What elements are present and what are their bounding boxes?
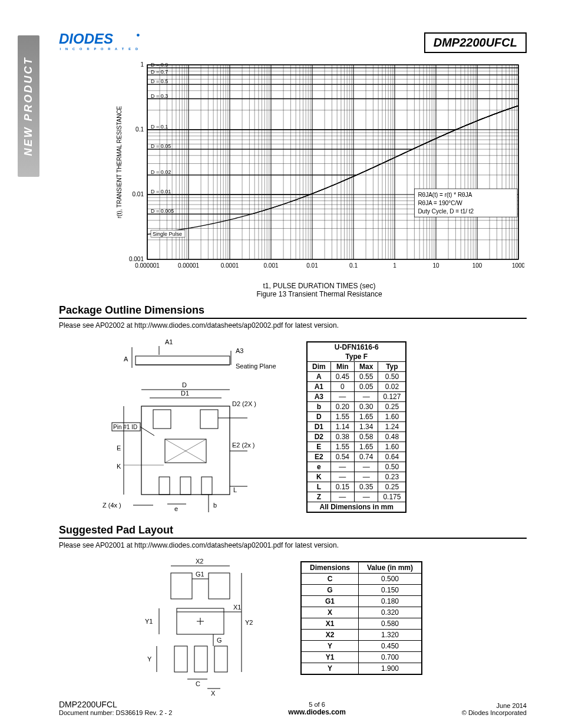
pkg-h3: Typ: [378, 362, 406, 372]
svg-text:0.1: 0.1: [135, 126, 144, 133]
pkg-h1: Min: [330, 362, 354, 372]
svg-text:D = 0.7: D = 0.7: [151, 69, 168, 75]
svg-text:K: K: [117, 463, 121, 470]
svg-rect-202: [214, 646, 227, 672]
svg-rect-156: [153, 410, 171, 429]
table-row: Y10.700: [301, 652, 422, 663]
logo-text: DIODES: [59, 31, 113, 47]
table-row: L0.150.350.25: [307, 482, 406, 492]
svg-text:A1: A1: [165, 338, 173, 345]
table-row: C0.500: [301, 574, 422, 585]
footer-url: www.diodes.com: [288, 708, 346, 716]
svg-text:1: 1: [393, 262, 396, 269]
thermal-chart: 0.0000010.000010.00010.0010.010.11101001…: [112, 59, 527, 298]
svg-text:0.1: 0.1: [349, 262, 358, 269]
svg-text:X1: X1: [233, 604, 241, 611]
svg-text:D = 0.005: D = 0.005: [151, 208, 174, 214]
svg-text:b: b: [213, 502, 217, 509]
svg-text:10: 10: [432, 262, 439, 269]
svg-text:Y1: Y1: [145, 618, 153, 625]
svg-text:Y2: Y2: [245, 619, 253, 626]
footer-copyright: © Diodes Incorporated: [462, 709, 527, 716]
logo-subtext: I N C O R P O R A T E D: [60, 47, 140, 51]
svg-text:0.000001: 0.000001: [135, 262, 160, 269]
table-row: Z——0.175: [307, 492, 406, 502]
svg-text:Z  (4x ): Z (4x ): [103, 502, 121, 509]
svg-text:E: E: [117, 444, 121, 452]
chart-xlabel: t1, PULSE DURATION TIMES (sec): [263, 282, 376, 290]
table-row: G0.150: [301, 585, 422, 596]
pkg-h2: Max: [355, 362, 378, 372]
table-row: K——0.23: [307, 472, 406, 482]
pad-layout-diagram: X2G1X1Y1Y2GYCX: [130, 555, 277, 699]
svg-rect-200: [174, 646, 187, 672]
page-header: DIODES I N C O R P O R A T E D DMP2200UF…: [59, 29, 527, 55]
svg-text:A3: A3: [236, 347, 243, 354]
svg-text:Duty Cycle, D = t1/ t2: Duty Cycle, D = t1/ t2: [418, 208, 474, 215]
section-pkg-title: Package Outline Dimensions: [59, 304, 527, 319]
svg-rect-184: [209, 573, 230, 599]
table-row: X10.580: [301, 618, 422, 630]
svg-text:L: L: [233, 486, 237, 493]
footer-date: June 2014: [462, 702, 527, 709]
side-new-product-label: NEW PRODUCT: [18, 35, 39, 177]
pkg-table-footer: All Dimensions in mm: [307, 502, 406, 513]
table-row: D11.141.341.24: [307, 422, 406, 432]
pkg-h0: Dim: [307, 362, 330, 372]
table-row: e——0.50: [307, 462, 406, 472]
table-row: A0.450.550.50: [307, 372, 406, 382]
svg-rect-201: [194, 646, 207, 672]
svg-text:X2: X2: [196, 558, 203, 565]
svg-text:G: G: [217, 637, 222, 644]
svg-text:1000: 1000: [512, 262, 524, 269]
svg-text:D2  (2X ): D2 (2X ): [232, 400, 256, 407]
svg-text:D = 0.05: D = 0.05: [151, 143, 171, 149]
svg-text:Y: Y: [147, 655, 152, 663]
table-row: A100.050.02: [307, 382, 406, 392]
svg-rect-1: [147, 65, 518, 259]
table-row: X0.320: [301, 607, 422, 618]
svg-rect-151: [141, 406, 230, 495]
page-footer: DMP2200UFCL Document number: DS36619 Rev…: [59, 700, 527, 716]
table-row: E1.551.651.60: [307, 442, 406, 452]
pkg-dimensions-table: U-DFN1616-6 Type F Dim Min Max Typ A0.45…: [306, 341, 406, 513]
svg-text:1: 1: [140, 61, 144, 68]
table-row: Y0.450: [301, 641, 422, 652]
chart-title: Figure 13 Transient Thermal Resistance: [256, 290, 382, 298]
footer-page: 5 of 6: [288, 701, 346, 708]
svg-text:Pin #1 ID: Pin #1 ID: [113, 424, 137, 430]
svg-rect-172: [159, 477, 170, 495]
table-row: Y1.900: [301, 663, 422, 675]
svg-text:0.00001: 0.00001: [178, 262, 200, 269]
svg-text:A: A: [124, 355, 128, 363]
svg-text:X: X: [211, 690, 216, 697]
svg-text:D1: D1: [181, 390, 189, 397]
company-logo: DIODES I N C O R P O R A T E D: [59, 29, 153, 55]
section-pad-title: Suggested Pad Layout: [59, 524, 527, 539]
table-row: E20.540.740.64: [307, 452, 406, 462]
svg-text:100: 100: [472, 262, 482, 269]
section-pad-note: Please see AP02001 at http://www.diodes.…: [59, 541, 527, 549]
svg-rect-157: [200, 410, 218, 429]
svg-text:D = 0.02: D = 0.02: [151, 169, 171, 175]
svg-rect-143: [135, 356, 230, 365]
svg-point-0: [137, 34, 140, 37]
svg-text:0.0001: 0.0001: [221, 262, 239, 269]
svg-rect-173: [180, 477, 191, 495]
svg-text:C: C: [196, 680, 200, 687]
pkg-table-title1: U-DFN1616-6: [307, 342, 406, 352]
svg-text:D = 0.9: D = 0.9: [151, 62, 168, 68]
svg-text:D: D: [182, 381, 187, 388]
footer-doc: Document number: DS36619 Rev. 2 - 2: [59, 709, 172, 716]
pad-h0: Dimensions: [301, 562, 359, 574]
svg-text:RθJA = 190°C/W: RθJA = 190°C/W: [418, 200, 462, 206]
table-row: b0.200.300.25: [307, 402, 406, 412]
section-pkg-note: Please see AP02002 at http://www.diodes.…: [59, 321, 527, 330]
svg-text:0.01: 0.01: [306, 262, 318, 269]
svg-text:D = 0.3: D = 0.3: [151, 93, 168, 99]
footer-part: DMP2200UFCL: [59, 700, 172, 709]
svg-text:G1: G1: [196, 571, 204, 578]
pkg-table-title2: Type F: [307, 352, 406, 362]
svg-text:RθJA(t) = r(t) * RθJA: RθJA(t) = r(t) * RθJA: [418, 192, 472, 198]
svg-rect-174: [201, 477, 212, 495]
